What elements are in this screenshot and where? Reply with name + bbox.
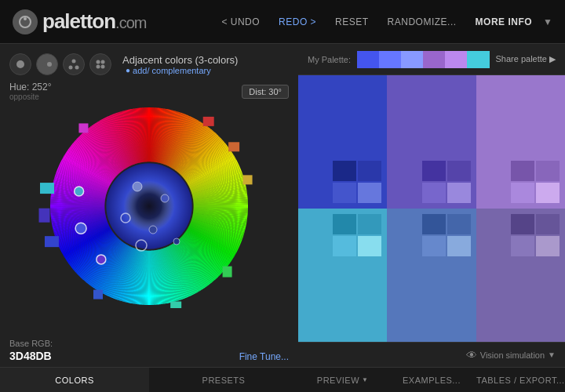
palette-row: My Palette: Share palette ▶ <box>298 44 565 75</box>
svg-point-6 <box>69 66 73 70</box>
svg-point-7 <box>75 66 79 70</box>
mode-icon-tetrad[interactable] <box>89 53 111 75</box>
tab-examples[interactable]: EXAMPLES... <box>387 368 476 392</box>
header-nav: < UNDO REDO > RESET RANDOMIZE... MORE IN… <box>213 12 552 32</box>
mini-swatch[interactable] <box>511 236 534 256</box>
mini-swatch[interactable] <box>447 214 471 234</box>
tab-colors[interactable]: COLORS <box>0 368 149 392</box>
logo-icon <box>13 9 38 34</box>
mini-swatch[interactable] <box>447 236 471 256</box>
mini-swatch[interactable] <box>511 214 534 234</box>
left-panel: Adjacent colors (3-colors) ● add/ comple… <box>0 44 298 392</box>
undo-button[interactable]: < UNDO <box>213 12 268 32</box>
base-rgb: Base RGB: 3D48DB <box>9 339 53 362</box>
palette-swatch <box>401 51 423 68</box>
color-cell-1[interactable] <box>387 75 476 209</box>
hue-dist-row: Hue: 252° opposite Dist: 30° <box>9 82 289 101</box>
mini-swatch[interactable] <box>422 161 446 181</box>
more-info-button[interactable]: MORE INFO <box>468 12 541 32</box>
mini-swatch[interactable] <box>333 214 356 234</box>
reset-button[interactable]: RESET <box>327 12 377 32</box>
mini-swatch[interactable] <box>358 214 381 234</box>
svg-point-5 <box>72 60 76 64</box>
mini-swatch[interactable] <box>333 183 356 203</box>
vision-sim-bar: 👁 Vision simulation ▼ <box>298 342 565 367</box>
color-grid <box>298 75 565 342</box>
mini-swatch[interactable] <box>358 236 381 256</box>
svg-point-9 <box>101 60 105 64</box>
left-tabs: COLORS PRESETS <box>0 367 298 392</box>
svg-point-8 <box>97 60 100 64</box>
palette-swatch <box>423 51 445 68</box>
header: paletton.com < UNDO REDO > RESET RANDOMI… <box>0 0 565 44</box>
share-palette-button[interactable]: Share palette ▶ <box>496 54 556 64</box>
mini-swatch[interactable] <box>422 236 446 256</box>
mini-swatch[interactable] <box>358 161 381 181</box>
mini-swatch[interactable] <box>422 183 446 203</box>
color-cell-0[interactable] <box>298 75 387 209</box>
mini-swatch[interactable] <box>447 161 471 181</box>
color-display-area <box>298 75 565 342</box>
tab-presets[interactable]: PRESETS <box>149 368 298 392</box>
mini-swatch[interactable] <box>536 161 560 181</box>
palette-label: My Palette: <box>308 55 351 64</box>
dist-badge[interactable]: Dist: 30° <box>242 85 289 99</box>
color-cell-2[interactable] <box>476 75 565 209</box>
color-wheel[interactable] <box>16 104 282 308</box>
eye-icon: 👁 <box>466 349 477 361</box>
logo: paletton.com <box>13 9 146 34</box>
mode-icon-triad[interactable] <box>63 53 85 75</box>
preview-arrow: ▼ <box>362 376 368 383</box>
fine-tune-button[interactable]: Fine Tune... <box>239 351 289 362</box>
redo-button[interactable]: REDO > <box>271 12 324 32</box>
mini-swatch[interactable] <box>511 161 534 181</box>
mode-icon-mono[interactable] <box>9 53 31 75</box>
mini-swatch[interactable] <box>511 183 534 203</box>
hue-info: Hue: 252° opposite <box>9 82 52 101</box>
palette-swatch <box>357 51 379 68</box>
svg-point-10 <box>97 65 100 69</box>
mode-label: Adjacent colors (3-colors) ● add/ comple… <box>122 54 238 75</box>
mini-swatch[interactable] <box>422 214 446 234</box>
main-content: Adjacent colors (3-colors) ● add/ comple… <box>0 44 565 392</box>
svg-point-4 <box>47 62 52 67</box>
palette-swatch <box>467 51 489 68</box>
logo-text: paletton.com <box>42 9 146 34</box>
tab-tables-export[interactable]: TABLES / EXPORT... <box>476 368 565 392</box>
vision-simulation-button[interactable]: 👁 Vision simulation ▼ <box>466 349 556 361</box>
add-complementary[interactable]: ● add/ complementary <box>126 66 238 75</box>
svg-point-1 <box>24 17 27 20</box>
color-cell-4[interactable] <box>387 209 476 342</box>
mini-swatch[interactable] <box>536 236 560 256</box>
chevron-down-icon: ▼ <box>548 350 556 359</box>
mini-swatch[interactable] <box>358 183 381 203</box>
mini-swatch[interactable] <box>333 236 356 256</box>
mode-row: Adjacent colors (3-colors) ● add/ comple… <box>9 53 289 75</box>
mini-swatch[interactable] <box>447 183 471 203</box>
svg-point-3 <box>42 62 47 67</box>
left-bottom: Base RGB: 3D48DB Fine Tune... <box>9 339 289 362</box>
tab-preview[interactable]: PREVIEW ▼ <box>298 368 387 392</box>
palette-swatch <box>445 51 467 68</box>
mini-swatch[interactable] <box>333 161 356 181</box>
mini-swatch[interactable] <box>536 183 560 203</box>
svg-point-11 <box>101 65 105 69</box>
mini-swatch[interactable] <box>536 214 560 234</box>
right-panel: My Palette: Share palette ▶ 👁 Vision sim… <box>298 44 565 392</box>
palette-preview <box>357 51 489 68</box>
color-cell-5[interactable] <box>476 209 565 342</box>
color-cell-3[interactable] <box>298 209 387 342</box>
randomize-button[interactable]: RANDOMIZE... <box>380 12 465 32</box>
color-wheel-container[interactable] <box>16 104 282 308</box>
mode-icon-adjacent[interactable] <box>36 53 58 75</box>
right-tabs: PREVIEW ▼ EXAMPLES... TABLES / EXPORT... <box>298 367 565 392</box>
palette-swatch <box>379 51 401 68</box>
svg-point-2 <box>16 60 24 68</box>
